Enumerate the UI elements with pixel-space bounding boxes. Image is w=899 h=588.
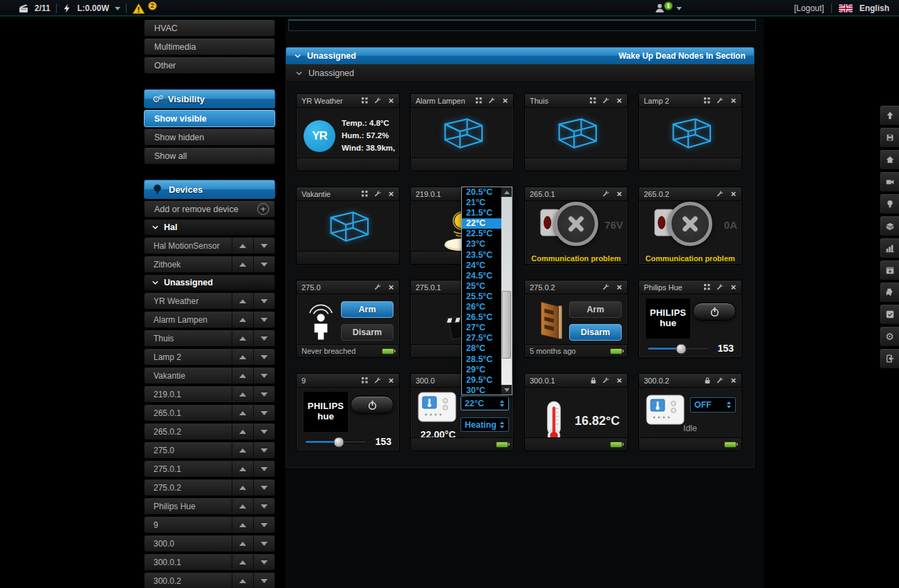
- devices-header[interactable]: Devices: [144, 180, 275, 199]
- move-up-button[interactable]: [232, 330, 253, 346]
- settings-button[interactable]: ⚙: [880, 326, 899, 347]
- device-row[interactable]: Philips Hue: [144, 497, 275, 515]
- category-button[interactable]: Multimedia: [144, 38, 275, 55]
- device-row[interactable]: 275.0.1: [144, 460, 275, 477]
- brightness-slider[interactable]: [305, 440, 367, 444]
- move-up-button[interactable]: [232, 293, 253, 309]
- move-icon[interactable]: [474, 96, 483, 105]
- temperature-option[interactable]: 23.5°C: [462, 250, 501, 260]
- mode-select[interactable]: Heating: [461, 417, 509, 432]
- move-down-button[interactable]: [253, 424, 275, 439]
- device-row[interactable]: Lamp 2: [144, 348, 275, 366]
- visibility-header[interactable]: ⚙⚙ Visibility: [144, 89, 275, 108]
- close-icon[interactable]: ×: [501, 96, 510, 105]
- slider-thumb[interactable]: [334, 437, 344, 447]
- chevron-down-icon[interactable]: [115, 7, 120, 10]
- category-button[interactable]: Other: [144, 57, 275, 74]
- dropdown-scrollbar[interactable]: [501, 187, 512, 395]
- move-up-button[interactable]: [232, 238, 253, 254]
- bulb-button[interactable]: [880, 193, 899, 214]
- visibility-option[interactable]: Show visible: [144, 110, 275, 127]
- move-down-button[interactable]: [253, 517, 275, 533]
- alerts-badge[interactable]: 2: [148, 1, 157, 10]
- close-icon[interactable]: ×: [729, 376, 738, 385]
- device-row[interactable]: 275.0: [144, 442, 275, 459]
- move-down-button[interactable]: [253, 480, 275, 495]
- move-up-button[interactable]: [232, 535, 253, 551]
- card-titlebar[interactable]: 300.0.2 ×: [639, 374, 741, 388]
- card-titlebar[interactable]: 275.0.2 ×: [525, 281, 627, 294]
- scrollbar-thumb[interactable]: [502, 291, 511, 359]
- wrench-icon[interactable]: [602, 376, 611, 385]
- power-button[interactable]: [351, 396, 393, 414]
- move-icon[interactable]: [703, 283, 712, 292]
- wrench-icon[interactable]: [716, 283, 725, 292]
- move-down-button[interactable]: [253, 498, 275, 514]
- chevron-down-icon[interactable]: [676, 7, 682, 10]
- language-selector[interactable]: English: [860, 3, 889, 13]
- setpoint-select[interactable]: 22°C: [461, 396, 509, 410]
- users-badge[interactable]: 1: [664, 1, 673, 10]
- move-up-button[interactable]: [232, 424, 253, 439]
- wrench-icon[interactable]: [602, 283, 611, 292]
- scroll-down-button[interactable]: [501, 385, 512, 395]
- temperature-option[interactable]: 25.5°C: [462, 292, 501, 302]
- save-button[interactable]: [880, 127, 899, 148]
- move-down-button[interactable]: [253, 442, 275, 458]
- device-row[interactable]: 265.0.2: [144, 423, 275, 440]
- move-up-button[interactable]: [232, 498, 253, 514]
- temperature-option[interactable]: 21.5°C: [462, 208, 501, 218]
- temperature-option[interactable]: 20.5°C: [462, 187, 501, 198]
- temperature-option[interactable]: 24°C: [462, 260, 501, 271]
- temperature-option[interactable]: 21°C: [462, 198, 501, 208]
- wrench-icon[interactable]: [373, 189, 382, 198]
- move-icon[interactable]: [703, 96, 712, 105]
- disarm-button[interactable]: Disarm: [341, 324, 393, 341]
- device-row[interactable]: Vakantie: [144, 367, 275, 384]
- card-titlebar[interactable]: 300.0.1 ×: [525, 374, 627, 388]
- scroll-top-button[interactable]: [880, 105, 899, 126]
- close-icon[interactable]: ×: [729, 96, 738, 105]
- move-down-button[interactable]: [253, 405, 275, 421]
- brightness-slider[interactable]: [647, 347, 710, 350]
- move-down-button[interactable]: [253, 330, 275, 346]
- scroll-up-button[interactable]: [501, 187, 512, 197]
- wrench-icon[interactable]: [716, 96, 725, 105]
- logout-button[interactable]: [Logout]: [794, 3, 824, 13]
- device-row[interactable]: 219.0.1: [144, 386, 275, 403]
- puzzle-button[interactable]: [880, 282, 899, 303]
- wrench-icon[interactable]: [488, 96, 497, 105]
- slider-thumb[interactable]: [676, 343, 687, 354]
- camera-button[interactable]: [880, 171, 899, 192]
- tasks-button[interactable]: [880, 304, 899, 325]
- move-up-button[interactable]: [232, 349, 253, 365]
- device-row[interactable]: Alarm Lampen: [144, 311, 275, 328]
- card-titlebar[interactable]: Philips Hue ×: [639, 281, 741, 294]
- power-button[interactable]: [693, 303, 736, 321]
- temperature-option[interactable]: 29°C: [462, 365, 501, 375]
- temperature-option[interactable]: 27.5°C: [462, 333, 501, 343]
- temperature-option[interactable]: 22°C: [462, 218, 501, 229]
- scrollbar-track[interactable]: [501, 197, 512, 385]
- category-button[interactable]: HVAC: [144, 19, 275, 37]
- temperature-option[interactable]: 26°C: [462, 302, 501, 312]
- temperature-option[interactable]: 28°C: [462, 343, 501, 354]
- device-row[interactable]: 300.0.1: [144, 553, 275, 571]
- card-titlebar[interactable]: 265.0.2 ×: [639, 187, 741, 201]
- visibility-option[interactable]: Show hidden: [144, 129, 275, 146]
- exit-button[interactable]: [880, 348, 899, 369]
- arm-button[interactable]: Arm: [341, 301, 393, 318]
- temperature-option[interactable]: 26.5°C: [462, 312, 501, 323]
- move-down-button[interactable]: [253, 386, 275, 402]
- move-up-button[interactable]: [232, 368, 253, 383]
- device-row[interactable]: 265.0.1: [144, 404, 275, 421]
- move-up-button[interactable]: [232, 554, 253, 570]
- calendar-button[interactable]: [880, 260, 899, 281]
- device-row[interactable]: YR Weather: [144, 292, 275, 310]
- move-up-button[interactable]: [232, 573, 253, 588]
- card-titlebar[interactable]: 265.0.1 ×: [525, 187, 627, 201]
- wake-up-dead-nodes-button[interactable]: Wake Up Dead Nodes In Section: [618, 51, 745, 61]
- close-icon[interactable]: ×: [615, 283, 624, 292]
- move-up-button[interactable]: [232, 442, 253, 458]
- temperature-option[interactable]: 30°C: [462, 386, 501, 395]
